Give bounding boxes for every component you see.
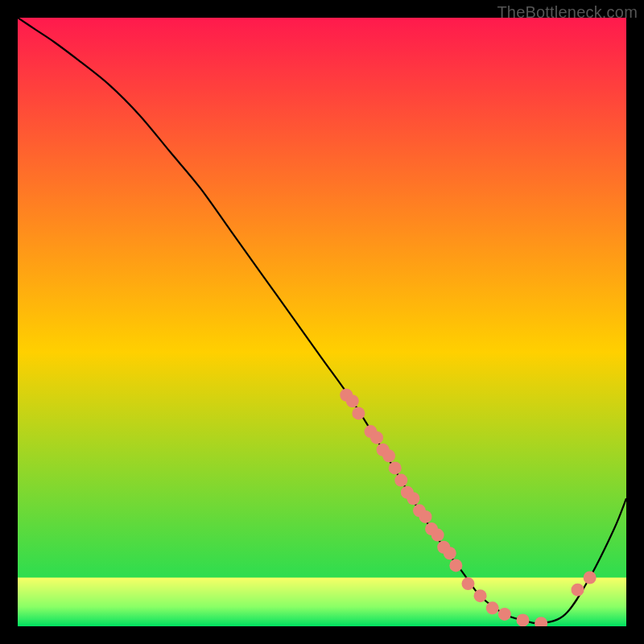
marker-point [584, 572, 597, 584]
gradient-background [18, 18, 626, 626]
marker-point [444, 547, 456, 559]
marker-point [498, 608, 511, 621]
marker-point [486, 601, 499, 614]
marker-point [407, 492, 419, 505]
green-band [18, 578, 626, 627]
marker-point [461, 577, 474, 590]
chart-plot-area [18, 18, 626, 626]
marker-point [352, 407, 365, 419]
marker-point [370, 431, 383, 444]
marker-point [346, 394, 359, 407]
marker-point [449, 559, 462, 572]
marker-point [389, 461, 402, 474]
marker-point [382, 449, 395, 462]
chart-svg [18, 18, 626, 626]
marker-point [516, 613, 529, 626]
marker-point [394, 474, 407, 487]
marker-point [474, 589, 487, 602]
marker-point [419, 510, 432, 523]
marker-point [431, 529, 444, 542]
marker-point [572, 584, 584, 597]
